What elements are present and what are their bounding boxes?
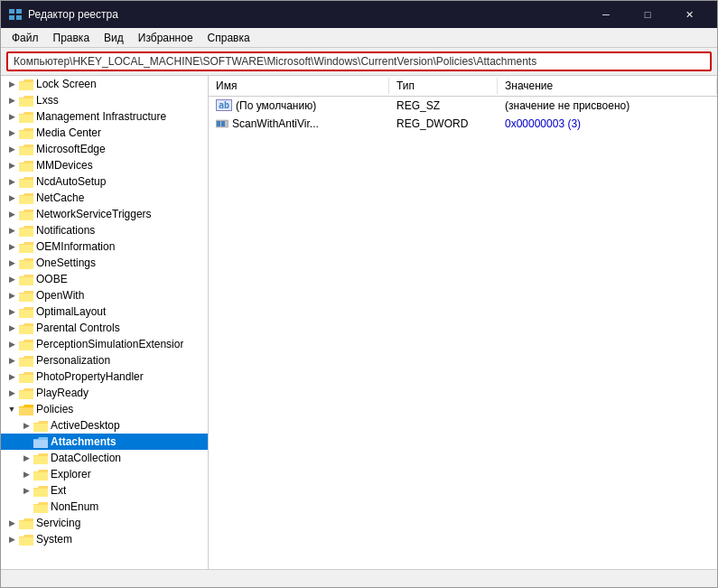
tree-label: OOBE [36,273,68,285]
tree-item-explorer[interactable]: ▶ Explorer [1,466,208,482]
tree-item-optimal-layout[interactable]: ▶ OptimalLayout [1,303,208,320]
tree-item-photo-property-handler[interactable]: ▶ PhotoPropertyHandler [1,369,208,385]
expand-icon: ▶ [5,532,19,546]
menu-favorites[interactable]: Избранное [131,30,200,46]
tree-label-policies: Policies [36,403,73,415]
expand-icon: ▶ [5,158,19,173]
menu-help[interactable]: Справка [200,30,257,46]
dword-value-icon [216,118,228,129]
menu-edit[interactable]: Правка [46,30,98,46]
tree-item-ext[interactable]: ▶ Ext [1,482,208,499]
tree-item-open-with[interactable]: ▶ OpenWith [1,287,208,303]
tree-label: MMDevices [36,159,93,172]
folder-icon [19,144,33,155]
data-row-default[interactable]: ab (По умолчанию) REG_SZ (значение не пр… [209,97,717,115]
tree-item-network-service-triggers[interactable]: ▶ NetworkServiceTriggers [1,206,208,222]
folder-icon [19,192,33,204]
col-header-name[interactable]: Имя [209,78,389,94]
tree-item-attachments[interactable]: ▶ Attachments [1,434,208,450]
tree-label-lxss: Lxss [36,94,59,107]
expand-icon: ▶ [5,126,19,140]
string-value-icon: ab [216,99,232,111]
tree-item-net-cache[interactable]: ▶ NetCache [1,190,208,206]
tree-item-management-infrastructure[interactable]: ▶ Management Infrastructure [1,108,208,125]
tree-item-active-desktop[interactable]: ▶ ActiveDesktop [1,417,208,434]
expand-icon: ▶ [5,369,19,384]
tree-item-perception-simulation[interactable]: ▶ PerceptionSimulationExtensior [1,336,208,352]
tree-panel[interactable]: ▶ Lock Screen ▶ Lxss ▶ Manageme [1,76,209,569]
folder-icon [19,225,33,237]
col-header-type[interactable]: Тип [389,78,498,94]
maximize-button[interactable]: □ [627,1,668,28]
expand-icon: ▶ [19,467,33,481]
folder-icon [19,404,33,415]
folder-icon [33,420,48,432]
tree-label: NetworkServiceTriggers [36,208,152,220]
expand-icon: ▶ [5,93,19,107]
tree-item-oem-information[interactable]: ▶ OEMInformation [1,238,208,255]
expand-icon: ▶ [5,321,19,335]
expand-icon: ▶ [5,256,19,270]
tree-item-media-center[interactable]: ▶ Media Center [1,125,208,141]
minimize-button[interactable]: ─ [585,1,627,28]
menu-file[interactable]: Файл [5,30,46,46]
tree-item-servicing[interactable]: ▶ Servicing [1,515,208,531]
expand-icon: ▶ [5,304,19,319]
folder-icon [19,290,33,302]
tree-item-play-ready[interactable]: ▶ PlayReady [1,385,208,401]
cell-value-scan: 0x00000003 (3) [498,117,717,130]
tree-item-data-collection[interactable]: ▶ DataCollection [1,450,208,466]
tree-label: NcdAutoSetup [36,175,106,188]
expand-icon: ▶ [5,142,19,156]
expand-icon: ▶ [5,191,19,205]
tree-item-lock-screen[interactable]: ▶ Lock Screen [1,76,208,92]
expand-icon: ▶ [5,272,19,286]
expand-icon: ▶ [5,239,19,254]
tree-label: PlayReady [36,387,89,399]
expand-icon: ▶ [19,451,33,465]
cell-value-default: (значение не присвоено) [498,99,717,112]
tree-item-system[interactable]: ▶ System [1,531,208,547]
tree-item-ncd-auto-setup[interactable]: ▶ NcdAutoSetup [1,173,208,190]
tree-label: PerceptionSimulationExtensior [36,338,183,350]
tree-item-oobe[interactable]: ▶ OOBE [1,271,208,287]
cell-type-scan: REG_DWORD [389,117,498,130]
tree-label-notifications: Notifications [36,224,95,237]
tree-label-servicing: Servicing [36,517,80,529]
svg-rect-6 [221,121,225,126]
folder-icon [19,176,33,188]
tree-item-non-enum[interactable]: ▶ NonEnum [1,499,208,515]
expand-icon: ▶ [5,516,19,530]
content-area: ▶ Lock Screen ▶ Lxss ▶ Manageme [1,75,717,569]
tree-label: PhotoPropertyHandler [36,370,144,383]
tree-label: OpenWith [36,289,84,302]
folder-icon [19,95,33,107]
close-button[interactable]: ✕ [668,1,710,28]
col-header-value[interactable]: Значение [498,78,717,94]
folder-icon [19,209,33,220]
folder-icon [19,79,33,90]
folder-icon [19,339,33,350]
tree-label-explorer: Explorer [51,468,91,481]
address-bar[interactable]: Компьютер\HKEY_LOCAL_MACHINE\SOFTWARE\Mi… [6,51,712,71]
menu-view[interactable]: Вид [97,30,131,46]
tree-label: OEMInformation [36,240,115,253]
tree-item-lxss[interactable]: ▶ Lxss [1,92,208,108]
expand-icon: ▶ [5,288,19,303]
tree-item-personalization[interactable]: ▶ Personalization [1,352,208,369]
tree-item-policies[interactable]: ▼ Policies [1,401,208,417]
window-title: Редактор реестра [28,8,585,21]
svg-rect-2 [9,15,14,20]
tree-item-microsoft-edge[interactable]: ▶ MicrosoftEdge [1,141,208,157]
tree-item-mm-devices[interactable]: ▶ MMDevices [1,157,208,173]
tree-item-one-settings[interactable]: ▶ OneSettings [1,255,208,271]
cell-type-default: REG_SZ [389,99,498,112]
folder-icon [33,485,48,497]
expand-icon: ▼ [5,402,19,416]
svg-rect-5 [217,121,220,126]
tree-item-parental-controls[interactable]: ▶ Parental Controls [1,320,208,336]
folder-icon [19,306,33,318]
data-row-scan[interactable]: ScanWithAntiVir... REG_DWORD 0x00000003 … [209,115,717,133]
folder-icon [19,274,33,285]
tree-item-notifications[interactable]: ▶ Notifications [1,222,208,238]
